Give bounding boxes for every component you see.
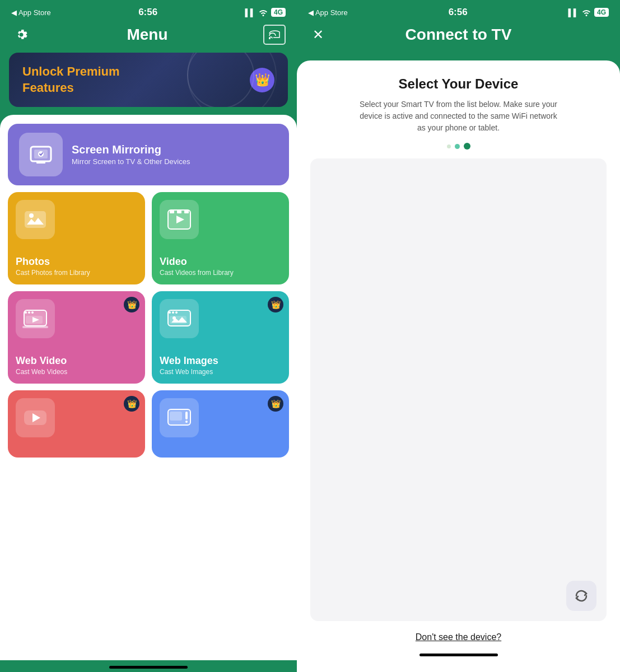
svg-rect-2 <box>36 161 45 164</box>
right-header: ✕ Connect to TV <box>297 20 620 53</box>
svg-point-6 <box>29 213 34 218</box>
screen-mirroring-sublabel: Mirror Screen to TV & Other Devices <box>72 157 190 166</box>
photos-sublabel: Cast Photos from Library <box>16 269 90 277</box>
video-sublabel: Cast Videos from Library <box>160 269 234 277</box>
premium-banner[interactable]: Unlock Premium Features 👑 <box>9 53 288 107</box>
video-item[interactable]: Video Cast Videos from Library <box>152 192 289 284</box>
left-time: 6:56 <box>138 7 157 18</box>
web-video-label: Web Video <box>16 355 67 367</box>
right-time: 6:56 <box>449 7 468 18</box>
svg-rect-11 <box>184 210 189 213</box>
svg-point-30 <box>185 421 188 423</box>
screen-mirroring-icon <box>19 133 63 176</box>
svg-rect-31 <box>170 412 182 421</box>
cast-button[interactable] <box>263 25 286 45</box>
right-back-button[interactable]: ◀ App Store <box>308 8 348 17</box>
menu-grid: Photos Cast Photos from Library Video <box>8 192 289 458</box>
svg-rect-10 <box>177 210 181 213</box>
premium-text: Unlock Premium Features <box>22 64 120 96</box>
photos-label: Photos <box>16 256 50 268</box>
svg-rect-5 <box>25 211 46 228</box>
web-video-premium-badge: 👑 <box>124 297 139 312</box>
signal-icon: ▌▌ <box>245 8 255 17</box>
tv-premium-badge: 👑 <box>268 396 283 412</box>
left-panel: ◀ App Store 6:56 ▌▌ 4G Menu <box>0 0 297 672</box>
screen-mirroring-item[interactable]: Screen Mirroring Mirror Screen to TV & O… <box>8 124 289 185</box>
right-signal-icon: ▌▌ <box>568 8 579 17</box>
select-device-title: Select Your Device <box>310 76 607 92</box>
youtube-item[interactable]: 👑 <box>8 390 145 458</box>
dot-2 <box>455 144 460 149</box>
settings-button[interactable] <box>11 25 31 45</box>
refresh-button[interactable] <box>566 581 596 611</box>
premium-label: Premium <box>67 64 119 78</box>
photos-icon <box>16 200 55 239</box>
right-home-indicator <box>419 654 498 656</box>
device-list-area <box>310 158 607 621</box>
left-back-button[interactable]: ◀ App Store <box>11 8 51 17</box>
left-header: Menu <box>0 20 297 53</box>
svg-rect-19 <box>22 326 48 328</box>
connect-description: Select your Smart TV from the list below… <box>358 99 560 134</box>
menu-container: Screen Mirroring Mirror Screen to TV & O… <box>0 115 297 660</box>
unlock-label: Unlock <box>22 64 67 78</box>
svg-point-25 <box>173 316 176 320</box>
svg-point-16 <box>31 311 34 314</box>
left-status-bar: ◀ App Store 6:56 ▌▌ 4G <box>0 0 297 20</box>
web-images-label: Web Images <box>160 355 218 367</box>
web-video-icon <box>16 299 55 338</box>
right-status-icons: ▌▌ 4G <box>568 8 609 17</box>
svg-point-4 <box>38 151 44 157</box>
right-status-bar: ◀ App Store 6:56 ▌▌ 4G <box>297 0 620 20</box>
svg-point-23 <box>175 311 178 314</box>
features-label: Features <box>22 81 74 95</box>
dot-1 <box>447 144 451 148</box>
web-images-premium-badge: 👑 <box>268 297 283 312</box>
web-images-item[interactable]: 👑 Web Images Cast Web Images <box>152 291 289 384</box>
web-images-icon <box>160 299 199 338</box>
right-panel: ◀ App Store 6:56 ▌▌ 4G ✕ Connect to TV S… <box>297 0 620 672</box>
photos-item[interactable]: Photos Cast Photos from Library <box>8 192 145 284</box>
video-label: Video <box>160 256 187 268</box>
left-status-icons: ▌▌ 4G <box>245 8 286 17</box>
dont-see-device-link[interactable]: Don't see the device? <box>310 632 607 642</box>
left-home-indicator <box>109 666 188 669</box>
web-video-item[interactable]: 👑 Web Video Cast Web Videos <box>8 291 145 384</box>
screen-mirroring-text: Screen Mirroring Mirror Screen to TV & O… <box>72 143 190 166</box>
svg-point-15 <box>28 311 30 314</box>
svg-rect-29 <box>185 412 188 419</box>
screen-mirroring-label: Screen Mirroring <box>72 143 190 156</box>
svg-point-21 <box>169 311 171 314</box>
wifi-icon <box>258 8 268 16</box>
svg-point-14 <box>25 311 27 314</box>
video-icon <box>160 200 199 239</box>
connect-card: Select Your Device Select your Smart TV … <box>297 60 620 672</box>
close-button[interactable]: ✕ <box>308 25 328 45</box>
web-video-sublabel: Cast Web Videos <box>16 368 67 376</box>
svg-point-0 <box>269 38 271 39</box>
dot-3 <box>464 143 470 150</box>
right-page-title: Connect to TV <box>335 26 582 44</box>
tv-item[interactable]: 👑 <box>152 390 289 458</box>
battery-icon: 4G <box>271 8 286 17</box>
youtube-icon <box>16 398 55 437</box>
svg-rect-9 <box>170 210 174 213</box>
svg-point-22 <box>172 311 174 314</box>
tv-icon <box>160 398 199 437</box>
left-page-title: Menu <box>31 26 263 44</box>
youtube-premium-badge: 👑 <box>124 396 139 412</box>
right-wifi-icon <box>581 8 591 16</box>
right-battery-icon: 4G <box>594 8 609 17</box>
dots-indicator <box>310 143 607 150</box>
web-images-sublabel: Cast Web Images <box>160 368 213 376</box>
